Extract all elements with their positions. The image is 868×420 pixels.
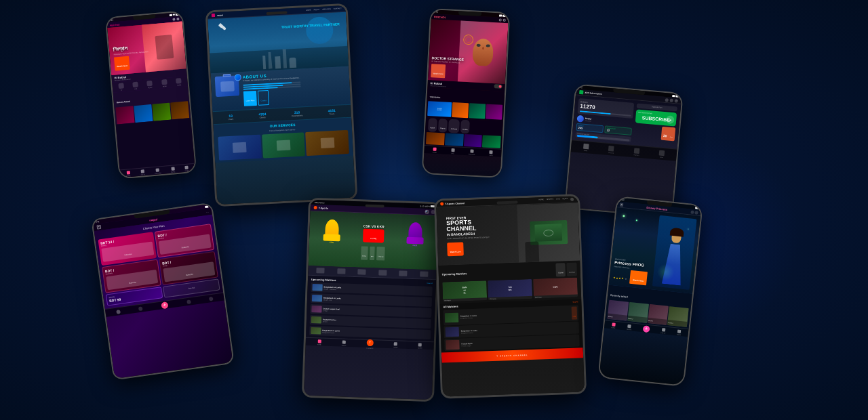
stat-tours: 4181 Tours [328,108,336,115]
genre-drama[interactable]: Drama [440,127,446,129]
nav-icon4[interactable] [209,296,214,301]
subscribe-btn2[interactable]: Subscribe [182,246,189,249]
nav-home[interactable]: HOME [306,9,311,12]
genre-comedy[interactable]: Comedy [451,128,457,130]
genre-thriller[interactable]: Thriller [462,129,468,131]
nav-videos[interactable]: VIDEOS [627,324,632,330]
nav-sports[interactable]: SPORTS [547,198,553,202]
nav-icon3[interactable] [186,299,191,304]
category-item[interactable]: MUSIC [147,81,153,88]
upgrade-label: Upgrade Plan [638,105,676,110]
stat-destinations: 310 Destinations [292,110,303,117]
nav-more[interactable]: MORE [418,343,422,348]
device-tsports-channel-tablet: T-Sports Channel HOME SPORTS LIVE NEWS [434,194,587,398]
device-about-tablet: nagad HOME ABOUT SERVICES CONTACT [205,3,358,207]
see-all-btn[interactable]: See All [573,301,578,303]
category-item[interactable]: MORE [161,79,167,87]
status-time: 9:41 [109,18,113,21]
device-princess-phone: 9:41 ≡ Disney Princess [597,196,703,387]
nav-livetv[interactable]: LIVE TV [660,327,666,333]
nav-home[interactable]: HOME [611,322,616,329]
app-logo: Disney Princess [646,205,667,211]
stat-clients: 4784 Clients [258,112,267,119]
nav-about[interactable]: ABOUT [314,9,320,11]
vs-text: CSK VS KKR [363,224,384,228]
days-counter: 30 [663,133,667,138]
site-logo: nagad [217,14,223,16]
nav-add-btn[interactable]: + [643,325,650,333]
nav-chat[interactable]: CHAT [489,150,493,155]
nav-icon2[interactable] [138,306,143,311]
nav-home[interactable]: HOME [433,147,437,152]
bottom-icon-payment[interactable]: Payment [633,148,639,156]
bottom-icon-more[interactable]: More [659,150,665,159]
nav-tsports[interactable]: T T-SPORTS [366,339,373,348]
nav-services[interactable]: SERVICES [322,8,331,11]
learn-more-btn[interactable]: Learn More [246,100,255,102]
nav-more[interactable]: MORE [184,165,189,171]
category-item[interactable]: LIVE [132,82,138,89]
filter-cricket[interactable]: Cricket [558,272,564,274]
upcoming-label: Upcoming Matches [442,272,467,276]
subscribe-btn4[interactable]: Subscribe [186,274,193,277]
hero-subtitle: A FULL PACKAGE OF UNLIMITED SPORTS CONTE… [447,236,501,240]
trending-label: TRENDING [430,96,441,99]
nav-news[interactable]: NEWS [393,342,397,348]
contact-btn[interactable]: Contact [260,100,267,102]
bottom-icon-home[interactable]: Home [583,144,589,152]
watch-now-btn[interactable]: Watch Now [433,72,443,75]
nav-feeds[interactable]: FEEDS [342,340,347,345]
category-item[interactable]: TV [118,83,124,90]
all-matches-label: All Matches [443,305,458,309]
category-item[interactable]: MORE [176,78,182,85]
watch-now-btn[interactable]: Watch Now [633,278,644,282]
nav-add-btn[interactable]: + [161,301,168,309]
app-logo: HOICHOI [434,15,446,19]
status-time: 9:41 [579,86,583,88]
device-tsports-tablet: Mon Nov 2 3:10 100% T-Sports 🔍 [302,198,441,402]
nav-live[interactable]: LIVE [556,198,560,201]
nav-home[interactable]: HOME [317,339,321,345]
view-all-btn[interactable]: View All [427,282,433,285]
nav-music[interactable]: MUSIC [170,167,175,173]
nav-explore[interactable]: EXPLORE [155,168,161,174]
watch-now-btn[interactable]: Watch Now [117,64,127,68]
device-plans-phone: 9:41 ≡ nagad ⋯ Choose Your Plan [91,203,235,381]
subscribe-btn3[interactable]: Subscribe [129,281,136,285]
app-logo: T-Sports [319,207,328,209]
nav-livetv[interactable]: LIVE [451,148,454,153]
status-time: 9:41 [434,10,438,13]
device-hoichoi-phone: 9:41 Hoichoi [105,10,197,179]
app-logo: T-Sports Channel [445,202,465,205]
app-logo: Hoichoi [110,22,120,26]
nav-contact[interactable]: CONTACT [334,7,342,10]
genre-action[interactable]: Action [430,127,435,129]
section-label: Recent Added [117,100,130,104]
user-sub: Subscriber [585,120,592,122]
recently-added-label: Recently added [610,294,628,299]
trial-label[interactable]: Free trial [188,287,195,289]
filter-football[interactable]: Football [569,272,575,274]
stat-years: 13 Years [228,113,233,120]
nav-radio[interactable]: RADIO [677,329,682,335]
device-movie-phone: 9:41 HOICHOI [422,8,511,178]
upcoming-label: Upcoming Matches [311,278,336,282]
bottom-icon-channels[interactable]: Channels [608,146,614,154]
nav-livetv[interactable]: LIVE TV [140,169,145,175]
app-logo: ADN Subscription [585,91,602,96]
nav-news[interactable]: NEWS [562,198,568,201]
app-brand: nagad [149,217,157,222]
nav-explore[interactable]: EXPLORE [469,149,475,154]
nav-icon1[interactable] [116,310,121,314]
nav-home[interactable]: HOME [538,198,544,202]
subscribe-btn[interactable]: Subscribe [124,253,132,257]
watch-live-btn[interactable]: Watch Live [450,250,461,253]
nav-home[interactable]: HOME [126,171,131,176]
